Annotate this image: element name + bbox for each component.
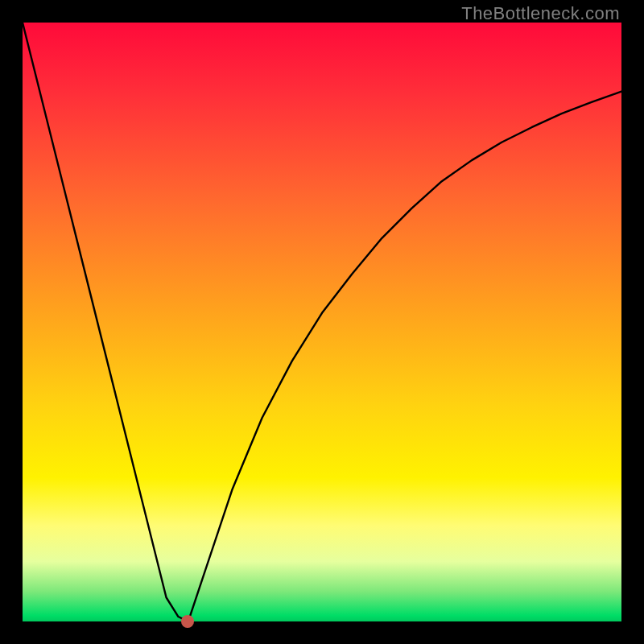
chart-frame: TheBottleneck.com bbox=[0, 0, 644, 644]
bottleneck-curve-line bbox=[23, 23, 621, 621]
attribution-label: TheBottleneck.com bbox=[461, 3, 620, 24]
curve-svg bbox=[23, 23, 621, 621]
optimum-marker-dot bbox=[181, 615, 194, 628]
plot-area bbox=[23, 23, 621, 621]
